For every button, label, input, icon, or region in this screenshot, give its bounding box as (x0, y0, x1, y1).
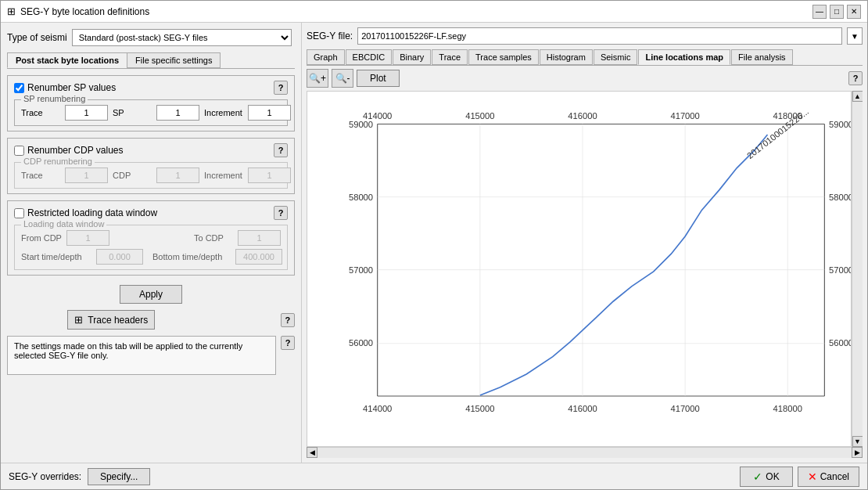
start-time-label: Start time/depth (21, 252, 91, 261)
table-icon: ⊞ (74, 314, 83, 326)
bottom-right: ✓ OK ✕ Cancel (740, 467, 859, 487)
minimize-button[interactable]: — (812, 5, 827, 19)
loading-help-button[interactable]: ? (274, 206, 288, 220)
loading-group: Loading data window From CDP To CDP Star… (14, 225, 288, 270)
ok-button[interactable]: ✓ OK (740, 467, 792, 487)
checkmark-icon: ✓ (753, 470, 762, 483)
title-bar-left: ⊞ SEG-Y byte location definitions (7, 5, 149, 17)
svg-text:57000: 57000 (349, 265, 373, 275)
loading-group-label: Loading data window (21, 219, 106, 229)
cdp-checkbox-label[interactable]: Renumber CDP values (14, 145, 124, 156)
segy-label: SEG-Y file: (307, 31, 353, 41)
loading-cdp-row: From CDP To CDP (21, 230, 281, 246)
segy-row: SEG-Y file: 20170110015226F-LF.segy ▼ (307, 27, 863, 45)
bottom-time-input (235, 249, 282, 265)
apply-button[interactable]: Apply (120, 285, 182, 304)
sp-increment-input[interactable]: 1 (248, 105, 291, 121)
type-label: Type of seismi (7, 32, 67, 43)
cdp-checkbox[interactable] (14, 146, 24, 156)
tab-histogram[interactable]: Histogram (540, 49, 593, 65)
map-toolbar: 🔍+ 🔍- Plot ? (307, 69, 863, 88)
tab-trace-samples[interactable]: Trace samples (468, 49, 539, 65)
tab-trace[interactable]: Trace (432, 49, 468, 65)
cdp-header: Renumber CDP values ? (14, 143, 288, 157)
trace-headers-help-button[interactable]: ? (281, 313, 295, 327)
svg-text:417000: 417000 (670, 404, 699, 413)
left-panel: Type of seismi Standard (post-stack) SEG… (1, 23, 302, 463)
window-icon: ⊞ (7, 5, 16, 17)
maximize-button[interactable]: □ (830, 5, 844, 19)
info-box: The settings made on this tab will be ap… (7, 336, 276, 375)
right-panel: SEG-Y file: 20170110015226F-LF.segy ▼ Gr… (302, 23, 867, 463)
bottom-left: SEG-Y overrides: Specify... (9, 468, 150, 485)
tab-file-analysis[interactable]: File analysis (731, 49, 793, 65)
horizontal-scrollbar-row: ◀ ▶ (307, 447, 863, 458)
right-tabs: Graph EBCDIC Binary Trace Trace samples … (307, 49, 863, 66)
plot-button[interactable]: Plot (357, 70, 400, 87)
sp-trace-label: Trace (21, 108, 60, 117)
sp-trace-input[interactable]: 1 (65, 105, 108, 121)
zoom-in-button[interactable]: 🔍+ (307, 69, 328, 88)
tab-binary[interactable]: Binary (393, 49, 431, 65)
section-loading: Restricted loading data window ? Loading… (7, 200, 295, 276)
type-row: Type of seismi Standard (post-stack) SEG… (7, 29, 295, 46)
trace-headers-button[interactable]: ⊞ Trace headers (67, 310, 155, 330)
start-time-input (96, 249, 143, 265)
section-cdp: Renumber CDP values ? CDP renumbering Tr… (7, 138, 295, 194)
type-select[interactable]: Standard (post-stack) SEG-Y files (72, 29, 292, 46)
tab-filespecific[interactable]: File specific settings (127, 52, 221, 68)
tab-graph[interactable]: Graph (307, 49, 345, 65)
cdp-help-button[interactable]: ? (274, 143, 288, 157)
sp-header: Renumber SP values ? (14, 81, 288, 95)
svg-text:56000: 56000 (829, 338, 851, 348)
sp-help-button[interactable]: ? (274, 81, 288, 95)
loading-checkbox-label[interactable]: Restricted loading data window (14, 207, 157, 218)
horizontal-scrollbar[interactable] (317, 447, 852, 458)
cdp-cdp-label: CDP (113, 171, 152, 180)
tab-seismic[interactable]: Seismic (594, 49, 638, 65)
tab-poststack[interactable]: Post stack byte locations (7, 52, 127, 68)
svg-text:58000: 58000 (829, 193, 851, 202)
scroll-down-button[interactable]: ▼ (852, 436, 863, 447)
svg-text:416000: 416000 (568, 111, 597, 121)
svg-text:56000: 56000 (349, 338, 373, 348)
chart-svg: 414000 415000 416000 417000 418000 41400… (307, 92, 851, 446)
close-button[interactable]: ✕ (847, 5, 861, 19)
segy-dropdown-button[interactable]: ▼ (847, 27, 863, 45)
loading-header: Restricted loading data window ? (14, 206, 288, 220)
tab-ebcdic[interactable]: EBCDIC (346, 49, 393, 65)
cancel-button[interactable]: ✕ Cancel (798, 467, 859, 487)
zoom-out-button[interactable]: 🔍- (332, 69, 353, 88)
segy-file-input[interactable]: 20170110015226F-LF.segy (357, 27, 842, 45)
to-cdp-input (238, 230, 281, 246)
svg-text:418000: 418000 (773, 404, 802, 413)
scroll-right-button[interactable]: ▶ (852, 447, 863, 458)
map-help-button[interactable]: ? (848, 71, 863, 85)
cdp-group: CDP renumbering Trace CDP Increment (14, 162, 288, 189)
sp-sp-label: SP (113, 108, 152, 117)
from-cdp-label: From CDP (21, 233, 62, 243)
cdp-increment-input (248, 168, 291, 183)
info-help-button[interactable]: ? (281, 336, 295, 350)
tab-line-locations[interactable]: Line locations map (638, 49, 730, 65)
sp-sp-input[interactable]: 1 (156, 105, 199, 121)
vertical-scrollbar[interactable]: ▲ ▼ (852, 91, 863, 447)
scroll-up-button[interactable]: ▲ (852, 91, 863, 102)
sp-group: SP renumbering Trace 1 SP 1 Increment 1 (14, 99, 288, 126)
left-tabs: Post stack byte locations File specific … (7, 52, 295, 69)
svg-text:57000: 57000 (829, 265, 851, 275)
map-container: 414000 415000 416000 417000 418000 41400… (307, 91, 863, 447)
svg-text:58000: 58000 (349, 193, 373, 202)
loading-checkbox[interactable] (14, 208, 24, 218)
crossmark-icon: ✕ (808, 470, 817, 483)
svg-text:415000: 415000 (465, 111, 494, 121)
sp-checkbox[interactable] (14, 83, 24, 93)
title-bar-right: — □ ✕ (812, 5, 861, 19)
section-sp: Renumber SP values ? SP renumbering Trac… (7, 75, 295, 132)
specify-button[interactable]: Specify... (88, 468, 150, 485)
zoom-out-icon: 🔍- (335, 73, 350, 84)
cdp-increment-label: Increment (204, 171, 243, 180)
bottom-bar: SEG-Y overrides: Specify... ✓ OK ✕ Cance… (1, 463, 867, 489)
sp-checkbox-label[interactable]: Renumber SP values (14, 82, 116, 93)
scroll-left-button[interactable]: ◀ (307, 447, 317, 458)
